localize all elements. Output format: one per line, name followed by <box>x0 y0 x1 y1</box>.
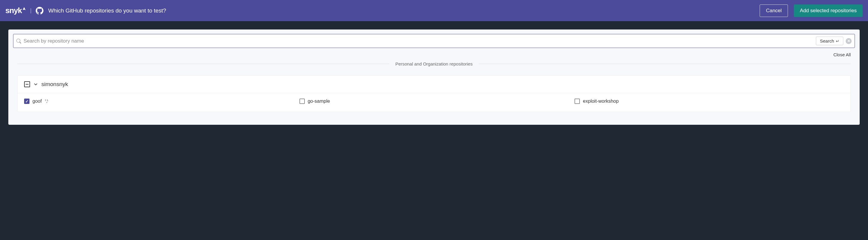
divider-line <box>479 64 851 64</box>
header: snyk | Which GitHub repositories do you … <box>0 0 868 21</box>
content-panel: Search ↵ ✕ Close All Personal and Organi… <box>8 29 860 125</box>
fork-icon <box>45 99 49 103</box>
search-icon <box>17 39 21 43</box>
repo-name: exploit-workshop <box>583 98 619 104</box>
repo-list: goof go-sample exploit-workshop <box>18 93 850 112</box>
content-wrapper: Search ↵ ✕ Close All Personal and Organi… <box>0 21 868 133</box>
add-selected-button[interactable]: Add selected repositories <box>794 4 863 17</box>
github-icon <box>36 7 43 14</box>
section-divider: Personal and Organization repositories <box>8 61 860 66</box>
search-button[interactable]: Search ↵ <box>816 37 843 45</box>
org-header: simonsnyk <box>18 76 850 93</box>
snyk-logo: snyk <box>5 6 26 15</box>
chevron-down-icon[interactable] <box>34 82 38 86</box>
close-all-link[interactable]: Close All <box>834 52 851 57</box>
divider-line <box>17 64 389 64</box>
clear-search-icon[interactable]: ✕ <box>846 38 851 44</box>
page-title: Which GitHub repositories do you want to… <box>48 7 166 14</box>
repo-item: goof <box>24 98 293 104</box>
repo-name: go-sample <box>308 98 330 104</box>
org-checkbox-indeterminate[interactable] <box>24 81 30 87</box>
snyk-arrow-icon <box>22 7 26 13</box>
search-input[interactable] <box>24 38 813 44</box>
repo-item: exploit-workshop <box>575 98 844 104</box>
repo-checkbox[interactable] <box>24 98 29 104</box>
repo-item: go-sample <box>300 98 569 104</box>
section-label: Personal and Organization repositories <box>395 61 472 66</box>
org-block: simonsnyk goof go-sample exploit-worksho… <box>17 75 851 112</box>
search-box: Search ↵ ✕ <box>13 34 855 48</box>
org-name: simonsnyk <box>41 81 68 88</box>
logo-divider: | <box>30 7 32 14</box>
search-row: Search ↵ ✕ <box>8 29 860 51</box>
cancel-button[interactable]: Cancel <box>760 4 788 17</box>
repo-checkbox[interactable] <box>300 98 305 104</box>
close-all-row: Close All <box>8 51 860 61</box>
enter-key-icon: ↵ <box>836 39 839 43</box>
repo-checkbox[interactable] <box>575 98 580 104</box>
repo-name: goof <box>32 98 42 104</box>
